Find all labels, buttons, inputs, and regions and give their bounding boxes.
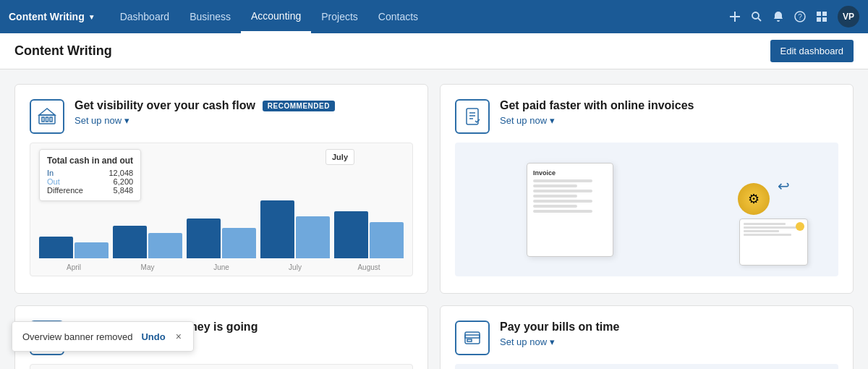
sub-header: Content Writing Edit dashboard (0, 33, 868, 69)
svg-rect-6 (817, 17, 821, 22)
nav-brand[interactable]: Content Writing ▼ (9, 11, 95, 22)
bar-labels: April May June July August (39, 263, 404, 271)
card-title-area-cash-flow: Get visibility over your cash flow Recom… (75, 99, 413, 126)
card-title-bills: Pay your bills on time (500, 321, 838, 334)
svg-rect-11 (46, 117, 48, 122)
setup-link-bills[interactable]: Set up now ▾ (500, 336, 838, 347)
toast-undo-button[interactable]: Undo (141, 331, 165, 342)
grid-icon[interactable] (816, 11, 827, 22)
bar-label-may: May (113, 263, 182, 271)
bar-out-april (75, 242, 109, 258)
bar-in-july (260, 200, 294, 258)
chevron-down-icon-2: ▾ (550, 115, 555, 126)
setup-link-cash-flow[interactable]: Set up now ▾ (75, 115, 413, 126)
nav-link-accounting[interactable]: Accounting (241, 0, 311, 33)
svg-rect-10 (42, 117, 44, 122)
squiggle-decoration: ↩ (778, 177, 790, 195)
bar-out-may (148, 233, 182, 258)
nav-links: Dashboard Business Accounting Projects C… (110, 0, 729, 33)
bar-out-july (296, 216, 330, 258)
tooltip-in-label: In (47, 169, 54, 177)
svg-marker-9 (39, 109, 55, 115)
card-header-invoices: Get paid faster with online invoices Set… (455, 99, 838, 134)
toast-notification: Overview banner removed Undo × (12, 321, 194, 352)
svg-line-1 (758, 18, 761, 21)
edit-dashboard-button[interactable]: Edit dashboard (770, 40, 854, 62)
card-title-area-invoices: Get paid faster with online invoices Set… (500, 99, 838, 126)
bar-group-june (187, 219, 256, 258)
bills-icon (455, 321, 490, 355)
nav-link-dashboard[interactable]: Dashboard (110, 0, 180, 33)
tooltip-diff-value: 5,848 (114, 186, 134, 195)
plus-icon[interactable] (729, 11, 741, 22)
bar-label-june: June (187, 263, 256, 271)
chevron-down-icon: ▾ (124, 115, 129, 126)
bar-out-june (222, 228, 256, 258)
brand-chevron: ▼ (88, 13, 95, 21)
cash-flow-chart: Total cash in and out In 12,048 Out 6,20… (30, 143, 413, 276)
card-header-bills: Pay your bills on time Set up now ▾ (455, 321, 838, 355)
svg-rect-12 (50, 117, 52, 122)
card-title-invoices: Get paid faster with online invoices (500, 99, 838, 112)
bar-group-may (113, 226, 182, 258)
tooltip-out-label: Out (47, 177, 60, 186)
bar-label-august: August (334, 263, 404, 271)
bar-label-april: April (39, 263, 109, 271)
bell-icon[interactable] (773, 11, 784, 22)
card-online-invoices: Get paid faster with online invoices Set… (440, 84, 854, 294)
invoice-label: Invoice (533, 169, 607, 177)
bank-icon (30, 99, 64, 134)
bills-illustration (455, 364, 838, 369)
brand-label: Content Writing (9, 11, 85, 22)
track-illustration (30, 364, 413, 369)
svg-rect-20 (467, 339, 472, 342)
bar-group-august (334, 211, 404, 258)
setup-link-invoices[interactable]: Set up now ▾ (500, 115, 838, 126)
invoice-screen-mock (739, 219, 808, 266)
svg-text:?: ? (798, 13, 802, 21)
invoice-illustration: Invoice ⚙ ↩ (455, 143, 838, 276)
nav-link-business[interactable]: Business (179, 0, 241, 33)
invoice-icon (455, 99, 490, 134)
july-popup: July (326, 149, 354, 165)
bar-in-april (39, 237, 73, 258)
tooltip-diff-label: Difference (47, 186, 83, 195)
bar-label-july: July (260, 263, 330, 271)
search-icon[interactable] (751, 11, 762, 22)
bar-group-april (39, 237, 109, 258)
help-icon[interactable]: ? (794, 11, 806, 22)
page-title: Content Writing (14, 43, 112, 59)
chart-tooltip: Total cash in and out In 12,048 Out 6,20… (39, 149, 141, 201)
toast-close-button[interactable]: × (174, 331, 183, 342)
recommended-badge: Recommended (263, 101, 335, 111)
svg-rect-4 (817, 12, 821, 16)
card-header-cash-flow: Get visibility over your cash flow Recom… (30, 99, 413, 134)
tooltip-label: Total cash in and out (47, 156, 133, 166)
invoice-mock: Invoice (527, 163, 613, 257)
avatar[interactable]: VP (838, 6, 859, 27)
bar-in-may (113, 226, 147, 258)
svg-rect-19 (465, 335, 480, 338)
card-cash-flow: Get visibility over your cash flow Recom… (14, 84, 428, 294)
card-title-area-bills: Pay your bills on time Set up now ▾ (500, 321, 838, 347)
toast-message: Overview banner removed (22, 331, 132, 342)
card-title-cash-flow: Get visibility over your cash flow Recom… (75, 99, 413, 112)
svg-rect-5 (822, 12, 827, 16)
bar-in-june (187, 219, 221, 258)
svg-point-0 (752, 12, 759, 19)
svg-rect-7 (822, 17, 827, 22)
gold-seal: ⚙ (738, 183, 770, 215)
nav-link-contacts[interactable]: Contacts (368, 0, 428, 33)
card-pay-bills: Pay your bills on time Set up now ▾ (440, 305, 854, 369)
chevron-down-icon-4: ▾ (550, 336, 555, 347)
bar-in-august (334, 211, 368, 258)
nav-right: ? VP (729, 6, 859, 27)
nav-link-projects[interactable]: Projects (311, 0, 368, 33)
tooltip-in-value: 12,048 (109, 169, 133, 177)
tooltip-out-value: 6,200 (114, 177, 134, 186)
invoice-decoration: ⚙ ↩ (738, 183, 770, 215)
bar-group-july (260, 200, 330, 258)
bar-out-august (370, 222, 404, 258)
top-nav: Content Writing ▼ Dashboard Business Acc… (0, 0, 868, 33)
